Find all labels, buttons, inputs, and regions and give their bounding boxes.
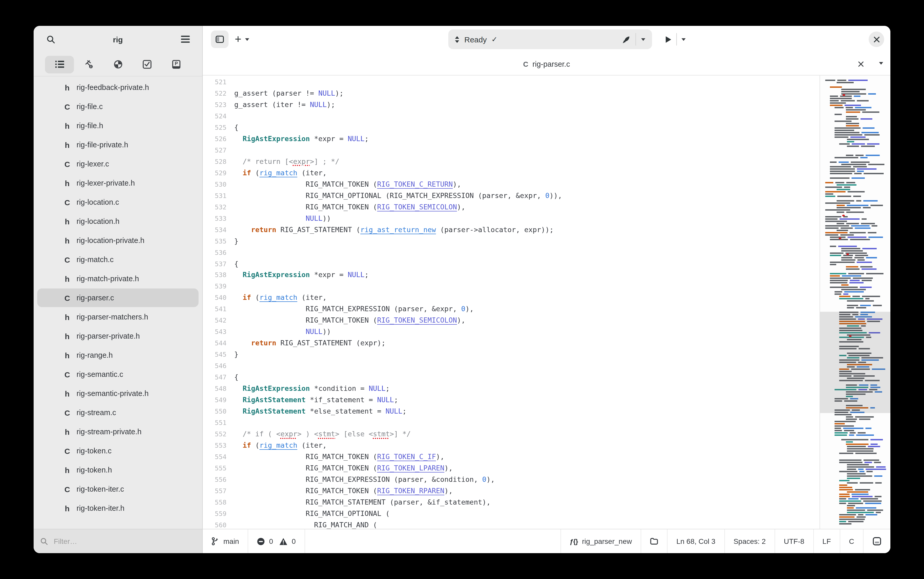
project-file-list: hrig-feedback-private.hCrig-file.chrig-f…: [34, 77, 202, 529]
code-line[interactable]: 548 RigAstExpression *condition = NULL;: [203, 383, 819, 394]
file-row[interactable]: Crig-location.c: [37, 193, 199, 211]
line-number: 544: [203, 338, 234, 349]
file-row[interactable]: hrig-semantic-private.h: [37, 384, 199, 403]
file-row[interactable]: Crig-token.c: [37, 442, 199, 460]
code-line[interactable]: 534 return RIG_AST_STATEMENT (rig_ast_re…: [203, 224, 819, 236]
code-line[interactable]: 549 RigAstStatement *if_statement = NULL…: [203, 394, 819, 406]
code-line[interactable]: 547{: [203, 372, 819, 383]
code-line[interactable]: 533 NULL)): [203, 213, 819, 224]
filter-input[interactable]: [53, 536, 158, 546]
code-line[interactable]: 525{: [203, 122, 819, 133]
sidebar-tab-project-tree[interactable]: [45, 56, 74, 73]
code-line[interactable]: 558 RIG_MATCH_STATEMENT (parser, &if_sta…: [203, 497, 819, 508]
file-row[interactable]: Crig-stream.c: [37, 403, 199, 422]
menu-button[interactable]: [176, 31, 194, 48]
code-line[interactable]: 540 if (rig_match (iter,: [203, 292, 819, 304]
file-row[interactable]: hrig-token-iter.h: [37, 499, 199, 517]
diagnostics-indicator[interactable]: 0 0: [249, 529, 305, 553]
file-row[interactable]: hrig-file.h: [37, 116, 199, 135]
code-line[interactable]: 557 RIG_MATCH_TOKEN (RIG_TOKEN_RPAREN),: [203, 486, 819, 497]
code-line[interactable]: 553 if (rig_match (iter,: [203, 440, 819, 451]
code-line[interactable]: 559 RIG_MATCH_OPTIONAL (: [203, 508, 819, 520]
code-line[interactable]: 530 RIG_MATCH_TOKEN (RIG_TOKEN_C_RETURN)…: [203, 178, 819, 190]
code-line[interactable]: 550 RigAstStatement *else_statement = NU…: [203, 406, 819, 417]
code-line[interactable]: 556 RIG_MATCH_EXPRESSION (parser, &condi…: [203, 474, 819, 486]
code-view[interactable]: 521522g_assert (parser != NULL);523g_ass…: [203, 75, 819, 529]
project-folder-button[interactable]: [641, 529, 667, 553]
code-line[interactable]: 529 if (rig_match (iter,: [203, 167, 819, 179]
code-line[interactable]: 539: [203, 281, 819, 292]
code-line[interactable]: 521: [203, 77, 819, 88]
minimap-viewport[interactable]: [820, 312, 890, 413]
file-row[interactable]: hrig-file-private.h: [37, 136, 199, 154]
input-mode-button[interactable]: [863, 529, 890, 553]
code-line[interactable]: 542 RIG_MATCH_TOKEN (RIG_TOKEN_SEMICOLON…: [203, 315, 819, 327]
file-row[interactable]: hrig-location.h: [37, 212, 199, 231]
tab-list-chevron-icon[interactable]: [879, 62, 883, 65]
file-row[interactable]: hrig-range.h: [37, 346, 199, 365]
file-row[interactable]: Crig-file.c: [37, 97, 199, 116]
new-tab-split-button[interactable]: +: [235, 31, 249, 48]
code-line[interactable]: 524: [203, 111, 819, 122]
code-line[interactable]: 537{: [203, 258, 819, 270]
file-row[interactable]: hrig-location-private.h: [37, 231, 199, 250]
file-row[interactable]: Crig-parser.c: [37, 288, 199, 307]
sidebar-tab-build[interactable]: [74, 56, 103, 73]
code-line[interactable]: 546: [203, 360, 819, 372]
code-line[interactable]: 526 RigAstExpression *expr = NULL;: [203, 133, 819, 145]
code-line[interactable]: 555 RIG_MATCH_TOKEN (RIG_TOKEN_LPAREN),: [203, 463, 819, 474]
code-line[interactable]: 532 RIG_MATCH_TOKEN (RIG_TOKEN_SEMICOLON…: [203, 201, 819, 213]
file-row[interactable]: hrig-stream-private.h: [37, 422, 199, 441]
file-row[interactable]: hrig-match-private.h: [37, 269, 199, 288]
indentation-label: Spaces: 2: [733, 537, 766, 545]
code-line[interactable]: 522g_assert (parser != NULL);: [203, 88, 819, 99]
file-row[interactable]: hrig-parser-private.h: [37, 327, 199, 345]
run-status-pill[interactable]: Ready ✓: [448, 29, 652, 49]
language-indicator[interactable]: C: [840, 529, 863, 553]
cursor-position-indicator[interactable]: Ln 68, Col 3: [667, 529, 724, 553]
play-icon[interactable]: [665, 35, 672, 43]
file-row[interactable]: Crig-token-iter.c: [37, 480, 199, 498]
run-options-chevron-icon[interactable]: [641, 38, 645, 41]
indentation-indicator[interactable]: Spaces: 2: [724, 529, 775, 553]
file-row[interactable]: hrig-token.h: [37, 461, 199, 479]
line-ending-indicator[interactable]: LF: [813, 529, 840, 553]
file-row[interactable]: hrig-feedback-private.h: [37, 78, 199, 96]
code-line[interactable]: 523g_assert (iter != NULL);: [203, 99, 819, 111]
code-line[interactable]: 545}: [203, 349, 819, 361]
code-line[interactable]: 544 return RIG_AST_STATEMENT (expr);: [203, 338, 819, 349]
current-symbol-indicator[interactable]: ƒ{} rig_parser_new: [560, 529, 641, 553]
code-line[interactable]: 527: [203, 145, 819, 156]
code-line[interactable]: 528 /* return [<expr>] ; */: [203, 156, 819, 167]
encoding-indicator[interactable]: UTF-8: [775, 529, 813, 553]
play-options-chevron-icon[interactable]: [682, 38, 686, 41]
code-line[interactable]: 551: [203, 417, 819, 429]
tab-close-button[interactable]: [856, 59, 866, 69]
line-number: 547: [203, 372, 234, 383]
code-line[interactable]: 543 NULL)): [203, 327, 819, 338]
code-line[interactable]: 552 /* if ( <expr> ) <stmt> [else <stmt>…: [203, 429, 819, 440]
sidebar-tab-documentation[interactable]: P: [162, 56, 191, 73]
toggle-sidebar-button[interactable]: [211, 31, 229, 48]
file-row[interactable]: Crig-match.c: [37, 250, 199, 269]
check-icon: ✓: [491, 35, 497, 43]
code-line[interactable]: 554 RIG_MATCH_TOKEN (RIG_TOKEN_C_IF),: [203, 451, 819, 463]
code-line[interactable]: 536: [203, 247, 819, 258]
search-button[interactable]: [42, 31, 59, 48]
sidebar-tab-tests[interactable]: [132, 56, 162, 73]
file-row[interactable]: hrig-parser-matchers.h: [37, 307, 199, 326]
file-row[interactable]: hrig-lexer-private.h: [37, 174, 199, 192]
git-branch-indicator[interactable]: main: [203, 529, 249, 553]
code-line[interactable]: 531 RIG_MATCH_OPTIONAL (RIG_MATCH_EXPRES…: [203, 190, 819, 201]
code-line[interactable]: 535}: [203, 236, 819, 247]
rocket-icon[interactable]: [623, 35, 630, 43]
tab-title[interactable]: rig-parser.c: [533, 60, 570, 68]
file-row[interactable]: Crig-semantic.c: [37, 365, 199, 384]
minimap[interactable]: [819, 75, 890, 529]
sidebar-tab-debug[interactable]: [103, 56, 132, 73]
code-line[interactable]: 541 RIG_MATCH_EXPRESSION (parser, &expr,…: [203, 304, 819, 315]
code-line[interactable]: 538 RigAstExpression *expr = NULL;: [203, 270, 819, 281]
code-line[interactable]: 560 RIG_MATCH_AND (: [203, 520, 819, 529]
file-row[interactable]: Crig-lexer.c: [37, 155, 199, 173]
window-close-button[interactable]: [869, 31, 884, 47]
